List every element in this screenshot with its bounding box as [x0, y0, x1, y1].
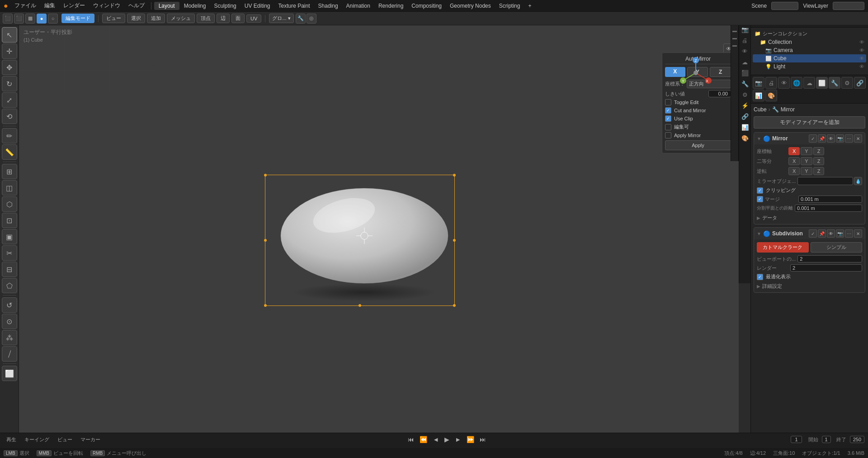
overlay-2[interactable]: ▬	[731, 34, 738, 41]
tab-texture-paint[interactable]: Texture Paint	[274, 2, 313, 10]
tool-bisect[interactable]: ⊟	[2, 262, 17, 277]
tool-randomize[interactable]: ⁂	[2, 330, 17, 345]
tool-add-cube[interactable]: ⬜	[2, 366, 17, 381]
viewport-icon-3[interactable]: ▦	[25, 14, 35, 24]
bisect-dist-value[interactable]: 0.001 m	[795, 205, 862, 212]
menu-window[interactable]: ウィンドウ	[90, 1, 124, 10]
mirror-bisect-z[interactable]: Z	[813, 157, 825, 165]
tab-add[interactable]: +	[524, 2, 535, 10]
prop-view-tab[interactable]: 👁	[778, 77, 790, 89]
viewport-value[interactable]: 2	[797, 255, 862, 262]
tool-bevel[interactable]: ⬡	[2, 196, 17, 212]
sub-pin-btn[interactable]: 📌	[818, 229, 826, 238]
tab-sculpting[interactable]: Sculpting	[210, 2, 240, 10]
add-modifier-button[interactable]: モディファイアーを追加	[754, 116, 865, 129]
mirror-close-btn[interactable]: ✕	[854, 134, 862, 143]
tab-geometry-nodes[interactable]: Geometry Nodes	[446, 2, 495, 10]
tool-rotate[interactable]: ↻	[2, 76, 17, 91]
sub-close-btn[interactable]: ✕	[854, 229, 862, 238]
mirror-obj-field[interactable]	[797, 177, 853, 185]
menu-help[interactable]: ヘルプ	[125, 1, 148, 10]
side-icon-modifier[interactable]: 🔧	[740, 79, 750, 89]
step-back-btn[interactable]: ◄	[431, 436, 440, 443]
tab-animation[interactable]: Animation	[343, 2, 374, 10]
timeline-playback-menu[interactable]: 再生	[4, 436, 19, 444]
scene-selector[interactable]	[771, 2, 798, 10]
editable-checkbox[interactable]	[665, 124, 671, 130]
side-icon-object[interactable]: ⬛	[740, 68, 750, 78]
jump-start-btn[interactable]: ⏮	[406, 436, 415, 443]
toggle-edit-checkbox[interactable]	[665, 99, 671, 105]
subdivision-card-header[interactable]: ▼ 🔵 Subdivision ✓ 📌 👁 📷 ⋯ ✕	[754, 228, 865, 239]
timeline-marker-menu[interactable]: マーカー	[78, 436, 103, 444]
step-forward-btn[interactable]: ►	[453, 436, 462, 443]
mirror-axis-z[interactable]: Z	[813, 147, 825, 155]
side-icon-material[interactable]: 🎨	[740, 133, 750, 143]
mirror-flip-y[interactable]: Y	[801, 167, 812, 175]
viewport-3d[interactable]: ユーザー・平行投影 (1) Cube	[19, 25, 739, 433]
tool-smooth[interactable]: ⊙	[2, 314, 17, 329]
light-visibility[interactable]: 👁	[859, 64, 864, 69]
tab-compositing[interactable]: Compositing	[408, 2, 445, 10]
mirror-bisect-y[interactable]: Y	[801, 157, 812, 165]
side-icon-view[interactable]: 👁	[740, 46, 750, 56]
tab-modeling[interactable]: Modeling	[180, 2, 210, 10]
mirror-obj-eyedropper[interactable]: 💧	[854, 177, 862, 185]
side-icon-constraints[interactable]: 🔗	[740, 111, 750, 121]
tool-polypath[interactable]: ⬠	[2, 278, 17, 293]
tool-cursor[interactable]: ✛	[2, 43, 17, 59]
proportional-btn[interactable]: ◎	[307, 14, 316, 24]
viewport-icon-2[interactable]: ⬛	[14, 14, 24, 24]
view-menu[interactable]: ビュー	[102, 14, 125, 23]
menu-render[interactable]: レンダー	[60, 1, 89, 10]
sub-apply-btn[interactable]: ✓	[809, 229, 817, 238]
prev-keyframe-btn[interactable]: ⏪	[418, 436, 429, 443]
timeline-view-menu[interactable]: ビュー	[55, 436, 75, 444]
tool-inset[interactable]: ◫	[2, 180, 17, 196]
tab-rendering[interactable]: Rendering	[375, 2, 407, 10]
apply-button[interactable]: Apply	[665, 140, 731, 150]
mirror-flip-z[interactable]: Z	[813, 167, 825, 175]
collection-item-cube[interactable]: ⬜ Cube 👁	[753, 54, 866, 62]
collection-visibility[interactable]: 👁	[859, 39, 864, 45]
sub-eye-btn[interactable]: 👁	[827, 229, 835, 238]
snap-btn[interactable]: 🔧	[296, 14, 306, 24]
side-icon-physics[interactable]: ⚡	[740, 100, 750, 110]
cube-visibility[interactable]: 👁	[859, 56, 864, 61]
prop-constraints-tab[interactable]: 🔗	[854, 77, 866, 89]
side-icon-data[interactable]: 📊	[740, 122, 750, 132]
tool-transform[interactable]: ⟲	[2, 109, 17, 124]
tab-layout[interactable]: Layout	[154, 2, 179, 10]
tab-scripting[interactable]: Scripting	[495, 2, 524, 10]
mirror-eye-btn[interactable]: 👁	[827, 134, 835, 143]
side-icon-output[interactable]: 🖨	[740, 35, 750, 45]
tool-scale[interactable]: ⤢	[2, 92, 17, 108]
mirror-pin-btn[interactable]: 📌	[818, 134, 826, 143]
tool-extrude[interactable]: ⊞	[2, 164, 17, 179]
merge-checkbox[interactable]: ✓	[757, 196, 763, 202]
mirror-apply-btn[interactable]: ✓	[809, 134, 817, 143]
collection-item-camera[interactable]: 📷 Camera 👁	[753, 46, 866, 54]
merge-value[interactable]: 0.001 m	[798, 196, 862, 203]
prop-mat-tab[interactable]: 🎨	[765, 90, 777, 101]
tool-loop-cut[interactable]: ⊡	[2, 213, 17, 228]
mode-dropdown[interactable]: 編集モード	[61, 14, 94, 23]
prop-render-tab[interactable]: 📷	[753, 77, 764, 89]
prop-particles-tab[interactable]: ⚙	[841, 77, 853, 89]
viewport-icon-4[interactable]: ●	[37, 14, 47, 24]
collection-item-collection[interactable]: 📁 Collection 👁	[753, 38, 866, 46]
side-icon-render[interactable]: 📷	[740, 24, 750, 34]
prop-data-tab[interactable]: 📊	[753, 90, 764, 101]
breadcrumb-root[interactable]: Cube	[754, 106, 767, 113]
cut-mirror-checkbox[interactable]: ✓	[665, 107, 671, 114]
collection-item-light[interactable]: 💡 Light 👁	[753, 62, 866, 71]
timeline-keyframing-menu[interactable]: キーイング	[22, 436, 52, 444]
viewport-icon-5[interactable]: ○	[48, 14, 58, 24]
viewlayer-selector[interactable]	[833, 2, 864, 10]
navigation-gizmo[interactable]: X Y Z	[678, 55, 714, 92]
mesh-menu[interactable]: メッシュ	[167, 14, 195, 23]
prop-object-tab[interactable]: ⬜	[816, 77, 828, 89]
menu-edit[interactable]: 編集	[41, 1, 59, 10]
render-value[interactable]: 2	[790, 264, 862, 272]
tool-select[interactable]: ↖	[2, 27, 17, 43]
